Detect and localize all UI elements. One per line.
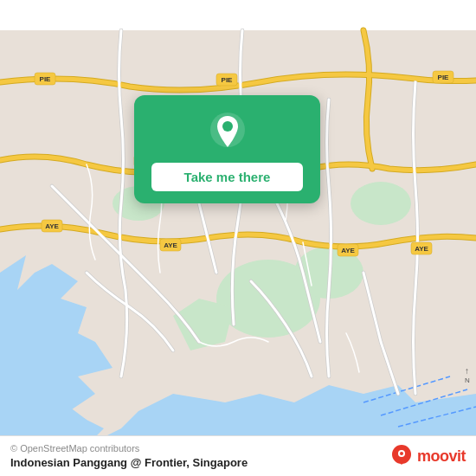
svg-point-31 [222, 121, 233, 132]
svg-text:PIE: PIE [40, 75, 52, 83]
svg-text:PIE: PIE [438, 74, 450, 81]
popup-card: Take me there [134, 95, 320, 203]
take-me-there-button[interactable]: Take me there [151, 163, 303, 191]
moovit-logo[interactable]: moovit [389, 444, 466, 468]
svg-point-11 [351, 182, 411, 225]
svg-point-34 [400, 452, 403, 455]
bottom-bar: © OpenStreetMap contributors Indonesian … [0, 435, 476, 476]
location-pin-icon [207, 111, 248, 152]
svg-text:PIE: PIE [222, 76, 234, 84]
osm-attribution: © OpenStreetMap contributors [10, 443, 248, 453]
svg-text:AYE: AYE [164, 241, 177, 249]
svg-text:AYE: AYE [415, 245, 428, 253]
map-container: PIE PIE PIE PIE AYE AYE AYE AYE ↑ N Take… [0, 0, 476, 476]
svg-text:N: N [465, 376, 470, 384]
moovit-text: moovit [417, 447, 466, 466]
svg-text:AYE: AYE [45, 222, 59, 230]
svg-text:AYE: AYE [341, 247, 355, 254]
bottom-left: © OpenStreetMap contributors Indonesian … [10, 443, 248, 469]
map-svg: PIE PIE PIE PIE AYE AYE AYE AYE ↑ N [0, 0, 476, 476]
location-name: Indonesian Panggang @ Frontier, Singapor… [10, 456, 248, 469]
moovit-brand-icon [389, 444, 414, 468]
svg-text:↑: ↑ [465, 366, 469, 376]
